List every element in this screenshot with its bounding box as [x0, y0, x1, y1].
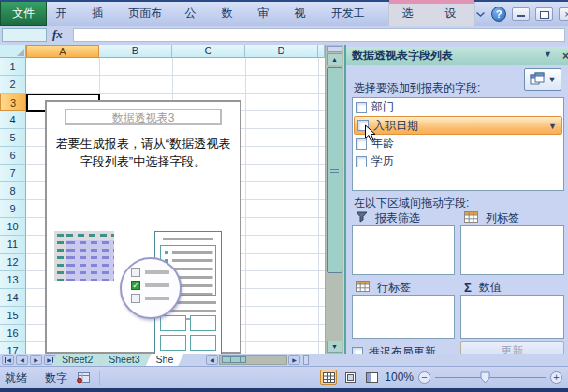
- tab-page-layout[interactable]: 页面布局: [120, 2, 176, 26]
- row-header[interactable]: 4: [0, 111, 26, 129]
- row-header[interactable]: 5: [0, 129, 26, 147]
- window-controls: ? ×: [475, 2, 568, 26]
- values-dropzone[interactable]: [460, 295, 564, 339]
- field-item-age[interactable]: 年龄: [353, 135, 563, 152]
- row-header[interactable]: 17: [0, 342, 26, 354]
- field-item-education[interactable]: 学历: [353, 152, 563, 170]
- pane-title-bar[interactable]: 数据透视表字段列表 ▼ ×: [346, 47, 568, 65]
- tab-pivottable-options[interactable]: 选项: [389, 2, 432, 26]
- tab-pivottable-design[interactable]: 设计: [431, 2, 474, 26]
- row-header[interactable]: 1: [0, 58, 26, 76]
- row-header[interactable]: 12: [0, 254, 26, 271]
- row-header[interactable]: 7: [0, 165, 26, 182]
- next-sheet-button[interactable]: ▶: [30, 355, 42, 365]
- tab-developer[interactable]: 开发工具: [323, 2, 379, 26]
- horizontal-scrollbar[interactable]: ◀ ▶: [206, 355, 311, 365]
- normal-view-button[interactable]: [320, 370, 337, 385]
- split-handle[interactable]: [327, 46, 342, 52]
- close-window-button[interactable]: ×: [559, 7, 568, 21]
- pane-menu-dropdown-icon[interactable]: ▼: [544, 50, 552, 63]
- window-bottom-border: [0, 388, 568, 392]
- restore-window-button[interactable]: [535, 7, 553, 21]
- pane-layout-selector-button[interactable]: ▼: [524, 68, 561, 91]
- tab-review[interactable]: 审阅: [250, 2, 286, 26]
- row-header[interactable]: 16: [0, 325, 26, 342]
- sheet-tabs: Sheet2 Sheet3 She: [56, 354, 183, 366]
- row-header[interactable]: 2: [0, 76, 26, 94]
- pane-close-icon[interactable]: ×: [562, 50, 568, 63]
- tab-data[interactable]: 数据: [213, 2, 250, 26]
- sheet-tab-sheet3[interactable]: Sheet3: [98, 354, 150, 366]
- row-header-selected[interactable]: 3: [0, 94, 26, 111]
- instruction-line-1: 若要生成报表，请从“数据透视表: [47, 135, 240, 152]
- zoom-slider-thumb[interactable]: [480, 371, 490, 386]
- field-checkbox[interactable]: [356, 102, 367, 113]
- table-grid-icon: [356, 281, 370, 295]
- row-labels-dropzone[interactable]: [352, 295, 455, 339]
- pane-title: 数据透视表字段列表: [352, 48, 453, 64]
- column-labels-dropzone[interactable]: [460, 225, 564, 275]
- row-header[interactable]: 13: [0, 271, 26, 289]
- pivottable-placeholder-instructions: 若要生成报表，请从“数据透视表 字段列表”中选择字段。: [47, 135, 240, 170]
- previous-sheet-button[interactable]: ◀: [16, 355, 28, 365]
- horizontal-scroll-track[interactable]: [219, 355, 287, 365]
- select-all-corner[interactable]: [0, 45, 26, 58]
- tab-split-handle[interactable]: [303, 355, 309, 365]
- column-header-a[interactable]: A: [26, 45, 99, 58]
- name-box[interactable]: [2, 28, 47, 42]
- scroll-down-icon[interactable]: ▼: [327, 341, 342, 353]
- page-layout-view-button[interactable]: [342, 370, 358, 385]
- horizontal-scrollbar-thumb[interactable]: [222, 356, 246, 363]
- column-header-partial[interactable]: [318, 45, 325, 58]
- first-sheet-button[interactable]: ◀: [2, 355, 14, 365]
- field-item-hire-date[interactable]: 入职日期 ▼: [354, 116, 562, 135]
- column-header-c[interactable]: C: [172, 45, 245, 58]
- tab-home[interactable]: 开始: [47, 2, 83, 26]
- formula-bar: fx: [0, 26, 568, 45]
- page-break-preview-button[interactable]: [363, 370, 380, 385]
- zoom-in-button[interactable]: +: [550, 371, 562, 384]
- values-header: Σ 数值: [464, 280, 502, 296]
- zoom-out-button[interactable]: −: [418, 371, 430, 384]
- sheet-tab-sheet2[interactable]: Sheet2: [51, 354, 103, 366]
- chevron-down-icon: ▼: [548, 75, 557, 84]
- help-button[interactable]: ?: [491, 7, 506, 22]
- fx-icon: fx: [52, 27, 69, 42]
- column-header-b[interactable]: B: [99, 45, 172, 58]
- row-header[interactable]: 9: [0, 200, 26, 218]
- scroll-left-icon[interactable]: ◀: [206, 355, 218, 365]
- zoom-slider[interactable]: [435, 371, 546, 384]
- row-header[interactable]: 15: [0, 307, 26, 325]
- zoom-level-label: 100%: [385, 370, 414, 384]
- field-label: 部门: [371, 99, 394, 115]
- row-header[interactable]: 8: [0, 182, 26, 200]
- field-dropdown-icon[interactable]: ▼: [548, 122, 557, 131]
- vertical-scrollbar-thumb[interactable]: [327, 67, 342, 273]
- field-checkbox[interactable]: [356, 156, 367, 167]
- row-header[interactable]: 6: [0, 147, 26, 165]
- minimize-ribbon-icon[interactable]: [475, 11, 486, 18]
- sheet-tab-active[interactable]: She: [146, 354, 184, 366]
- macro-record-icon[interactable]: [76, 371, 91, 386]
- report-filter-header: 报表筛选: [356, 211, 420, 226]
- row-header[interactable]: 10: [0, 218, 26, 236]
- tab-view[interactable]: 视图: [286, 2, 323, 26]
- formula-input[interactable]: [73, 28, 565, 42]
- status-ready-label: 就绪: [5, 370, 27, 386]
- illustration-area-grid: [160, 315, 216, 351]
- tab-formulas[interactable]: 公式: [176, 2, 212, 26]
- vertical-scrollbar[interactable]: ▲ ▼: [325, 45, 343, 354]
- column-header-d[interactable]: D: [245, 45, 318, 58]
- scroll-up-icon[interactable]: ▲: [327, 53, 342, 65]
- mouse-cursor-icon: [364, 124, 376, 145]
- scroll-right-icon[interactable]: ▶: [288, 355, 300, 365]
- tab-insert[interactable]: 插入: [83, 2, 120, 26]
- row-header[interactable]: 14: [0, 289, 26, 307]
- tab-file[interactable]: 文件: [0, 2, 47, 26]
- row-header[interactable]: 11: [0, 236, 26, 254]
- report-filter-dropzone[interactable]: [352, 225, 455, 275]
- minimize-window-button[interactable]: [512, 7, 530, 21]
- drag-areas-label: 在以下区域间拖动字段:: [354, 196, 469, 211]
- pivottable-placeholder[interactable]: 数据透视表3 若要生成报表，请从“数据透视表 字段列表”中选择字段。: [45, 100, 241, 354]
- field-item-department[interactable]: 部门: [353, 98, 563, 116]
